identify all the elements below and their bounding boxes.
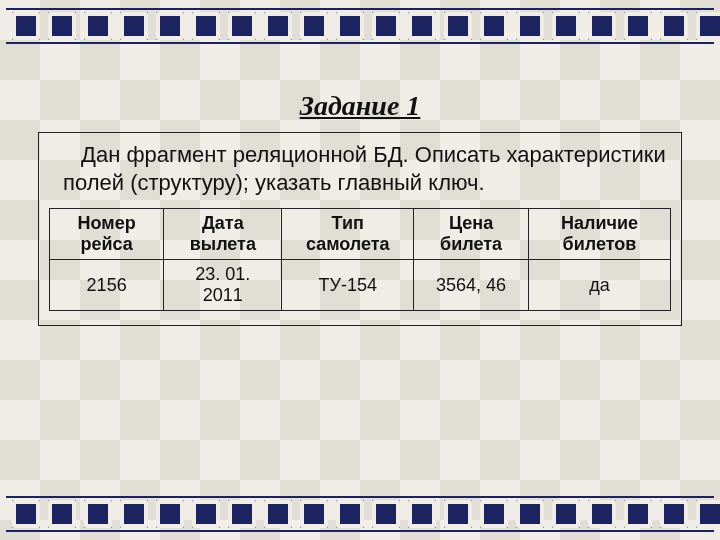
border-square-icon bbox=[660, 12, 688, 40]
border-square-icon bbox=[480, 500, 508, 528]
border-square-icon bbox=[480, 12, 508, 40]
border-square-icon bbox=[588, 500, 616, 528]
border-square-icon bbox=[156, 500, 184, 528]
col-header: Номер рейса bbox=[50, 209, 164, 260]
col-header: Наличие билетов bbox=[529, 209, 671, 260]
db-table: Номер рейса Дата вылета Тип самолета Цен… bbox=[49, 208, 671, 311]
border-square-icon bbox=[84, 500, 112, 528]
col-header: Тип самолета bbox=[282, 209, 414, 260]
table-cell: да bbox=[529, 260, 671, 311]
task-prompt: Дан фрагмент реляционной БД. Описать хар… bbox=[49, 139, 671, 206]
border-square-icon bbox=[408, 500, 436, 528]
border-square-icon bbox=[336, 12, 364, 40]
border-square-icon bbox=[264, 12, 292, 40]
border-square-icon bbox=[48, 12, 76, 40]
table-row: 2156 23. 01. 2011 ТУ-154 3564, 46 да bbox=[50, 260, 671, 311]
table-cell: ТУ-154 bbox=[282, 260, 414, 311]
border-square-icon bbox=[588, 12, 616, 40]
border-square-icon bbox=[372, 12, 400, 40]
border-square-icon bbox=[624, 500, 652, 528]
border-square-icon bbox=[120, 12, 148, 40]
border-square-icon bbox=[552, 500, 580, 528]
border-square-icon bbox=[120, 500, 148, 528]
border-square-icon bbox=[300, 500, 328, 528]
border-square-icon bbox=[300, 12, 328, 40]
border-square-icon bbox=[156, 12, 184, 40]
border-square-icon bbox=[408, 12, 436, 40]
table-header-row: Номер рейса Дата вылета Тип самолета Цен… bbox=[50, 209, 671, 260]
table-cell: 2156 bbox=[50, 260, 164, 311]
border-square-icon bbox=[48, 500, 76, 528]
table-cell: 23. 01. 2011 bbox=[164, 260, 282, 311]
col-header: Цена билета bbox=[414, 209, 529, 260]
col-header: Дата вылета bbox=[164, 209, 282, 260]
border-square-icon bbox=[660, 500, 688, 528]
border-square-icon bbox=[84, 12, 112, 40]
border-square-icon bbox=[228, 500, 256, 528]
border-square-icon bbox=[192, 500, 220, 528]
border-square-icon bbox=[444, 12, 472, 40]
task-box: Дан фрагмент реляционной БД. Описать хар… bbox=[38, 132, 682, 326]
border-square-icon bbox=[12, 500, 40, 528]
content-area: Задание 1 Дан фрагмент реляционной БД. О… bbox=[38, 90, 682, 480]
border-square-icon bbox=[624, 12, 652, 40]
border-square-icon bbox=[372, 500, 400, 528]
border-square-icon bbox=[228, 12, 256, 40]
border-square-icon bbox=[444, 500, 472, 528]
task-title: Задание 1 bbox=[38, 90, 682, 122]
border-square-icon bbox=[264, 500, 292, 528]
border-square-icon bbox=[12, 12, 40, 40]
border-square-icon bbox=[336, 500, 364, 528]
border-square-icon bbox=[696, 500, 720, 528]
border-square-icon bbox=[516, 500, 544, 528]
border-square-icon bbox=[516, 12, 544, 40]
border-square-icon bbox=[192, 12, 220, 40]
border-square-icon bbox=[552, 12, 580, 40]
border-square-icon bbox=[696, 12, 720, 40]
decorative-border-bottom bbox=[0, 492, 720, 536]
decorative-border-top bbox=[0, 4, 720, 48]
table-cell: 3564, 46 bbox=[414, 260, 529, 311]
